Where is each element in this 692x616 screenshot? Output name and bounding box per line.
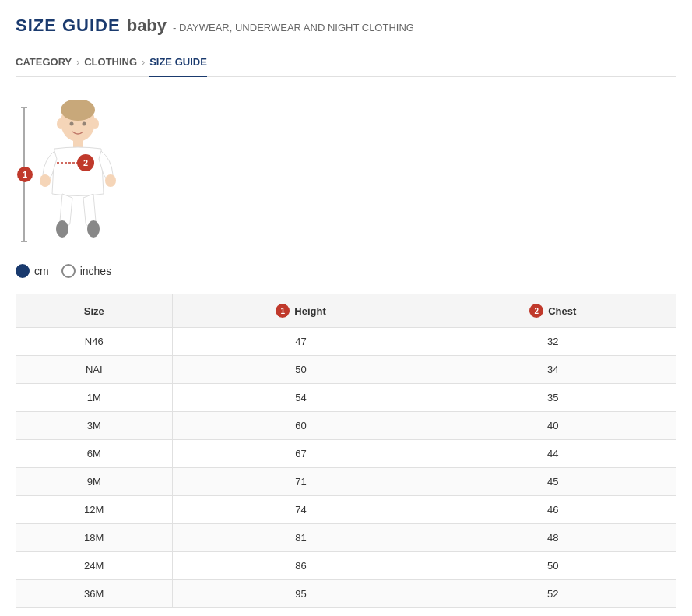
baby-figure: 1 xyxy=(16,100,140,248)
cell-size: NAI xyxy=(16,356,173,384)
cell-height: 60 xyxy=(172,412,430,440)
table-row: 9M 71 45 xyxy=(16,468,676,496)
cell-chest: 40 xyxy=(430,412,676,440)
cell-size: 3M xyxy=(16,412,173,440)
page-container: SIZE GUIDE baby - DAYWEAR, UNDERWEAR AND… xyxy=(0,0,692,616)
inches-label: inches xyxy=(80,265,111,277)
svg-text:2: 2 xyxy=(83,158,88,167)
title-subtitle: - DAYWEAR, UNDERWEAR AND NIGHT CLOTHING xyxy=(173,22,414,33)
chest-badge: 2 xyxy=(529,304,543,318)
table-row: 3M 60 40 xyxy=(16,412,676,440)
cell-height: 86 xyxy=(172,552,430,580)
cm-label: cm xyxy=(34,265,49,277)
table-header-row: Size 1 Height 2 Chest xyxy=(16,294,676,328)
svg-point-7 xyxy=(40,174,51,187)
line-bottom xyxy=(21,241,27,242)
badge-1: 1 xyxy=(17,167,33,182)
breadcrumb-sep-1: › xyxy=(76,57,79,68)
cell-chest: 48 xyxy=(430,524,676,552)
cell-height: 54 xyxy=(172,384,430,412)
cell-chest: 34 xyxy=(430,356,676,384)
cell-chest: 52 xyxy=(430,580,676,608)
svg-point-4 xyxy=(70,122,74,126)
cell-chest: 32 xyxy=(430,328,676,356)
cell-size: 36M xyxy=(16,580,173,608)
title-baby: baby xyxy=(127,16,167,36)
cell-size: 9M xyxy=(16,468,173,496)
cell-height: 71 xyxy=(172,468,430,496)
col-header-size: Size xyxy=(16,294,173,328)
height-label: Height xyxy=(294,305,325,317)
svg-point-3 xyxy=(91,118,99,129)
col-size-label: Size xyxy=(84,305,104,317)
breadcrumb-sep-2: › xyxy=(142,57,145,68)
table-row: 12M 74 46 xyxy=(16,496,676,524)
cell-chest: 45 xyxy=(430,468,676,496)
inches-option[interactable]: inches xyxy=(61,264,111,278)
cell-chest: 50 xyxy=(430,552,676,580)
table-row: 18M 81 48 xyxy=(16,524,676,552)
cell-size: 12M xyxy=(16,496,173,524)
cell-size: 6M xyxy=(16,440,173,468)
height-header-wrapper: 1 Height xyxy=(185,304,417,318)
table-row: 1M 54 35 xyxy=(16,384,676,412)
baby-illustration: 2 xyxy=(35,100,121,247)
table-row: 36M 95 52 xyxy=(16,580,676,608)
cell-height: 95 xyxy=(172,580,430,608)
table-row: 6M 67 44 xyxy=(16,440,676,468)
height-badge: 1 xyxy=(276,304,290,318)
title-size-guide: SIZE GUIDE xyxy=(16,16,121,36)
table-row: 24M 86 50 xyxy=(16,552,676,580)
col-header-height: 1 Height xyxy=(172,294,430,328)
cell-size: N46 xyxy=(16,328,173,356)
cell-chest: 44 xyxy=(430,440,676,468)
cell-height: 81 xyxy=(172,524,430,552)
table-body: N46 47 32 NAI 50 34 1M 54 35 3M 60 40 6M… xyxy=(16,328,676,608)
page-title-area: SIZE GUIDE baby - DAYWEAR, UNDERWEAR AND… xyxy=(16,16,676,36)
svg-point-5 xyxy=(83,122,86,126)
svg-point-9 xyxy=(56,220,68,238)
cell-size: 1M xyxy=(16,384,173,412)
breadcrumb-size-guide[interactable]: SIZE GUIDE xyxy=(149,56,207,77)
size-table: Size 1 Height 2 Chest N46 47 xyxy=(16,294,676,608)
cell-height: 47 xyxy=(172,328,430,356)
table-row: N46 47 32 xyxy=(16,328,676,356)
svg-point-8 xyxy=(105,174,116,187)
cell-height: 74 xyxy=(172,496,430,524)
cell-height: 67 xyxy=(172,440,430,468)
cell-chest: 46 xyxy=(430,496,676,524)
cm-radio[interactable] xyxy=(16,264,30,278)
chest-header-wrapper: 2 Chest xyxy=(443,304,663,318)
cell-size: 24M xyxy=(16,552,173,580)
cell-chest: 35 xyxy=(430,384,676,412)
table-row: NAI 50 34 xyxy=(16,356,676,384)
cell-height: 50 xyxy=(172,356,430,384)
chest-label: Chest xyxy=(548,305,576,317)
image-section: 1 xyxy=(16,100,676,248)
svg-point-2 xyxy=(57,118,65,129)
breadcrumb-clothing[interactable]: CLOTHING xyxy=(84,56,137,68)
svg-point-10 xyxy=(87,220,100,238)
breadcrumb-category[interactable]: CATEGORY xyxy=(16,56,72,68)
breadcrumb: CATEGORY › CLOTHING › SIZE GUIDE xyxy=(16,48,676,77)
col-header-chest: 2 Chest xyxy=(430,294,676,328)
cm-option[interactable]: cm xyxy=(16,264,49,278)
inches-radio[interactable] xyxy=(61,264,76,278)
unit-toggle: cm inches xyxy=(16,264,676,278)
line-top xyxy=(21,107,27,108)
cell-size: 18M xyxy=(16,524,173,552)
